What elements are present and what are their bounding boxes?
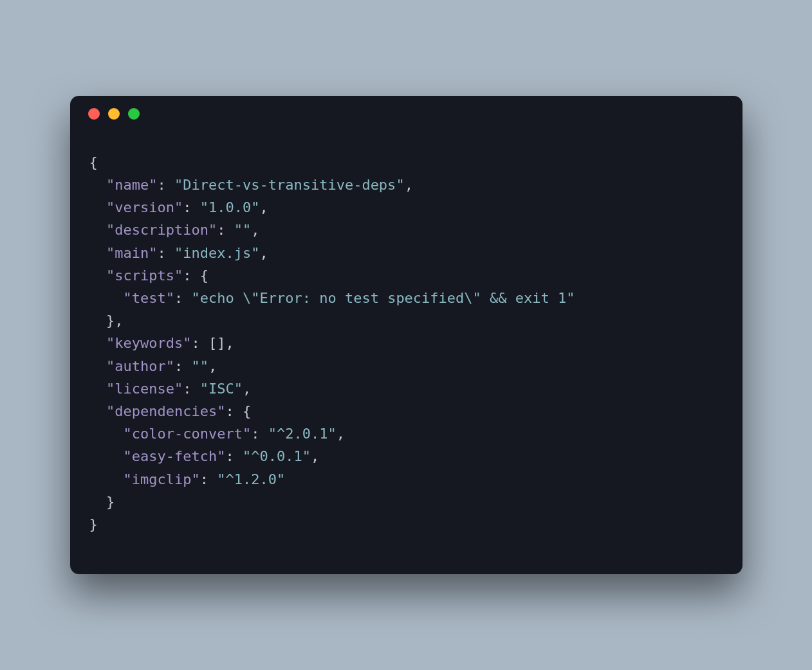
- json-val-description: "": [234, 222, 252, 238]
- window-titlebar: [70, 96, 743, 132]
- json-val-dep3: "^1.2.0": [217, 471, 285, 487]
- close-icon[interactable]: [88, 108, 100, 120]
- json-key-name: "name": [106, 177, 157, 193]
- json-val-version: "1.0.0": [200, 199, 260, 215]
- json-key-test: "test": [123, 290, 174, 306]
- json-key-license: "license": [106, 381, 183, 397]
- json-val-license: "ISC": [200, 381, 243, 397]
- json-key-description: "description": [106, 222, 217, 238]
- json-key-author: "author": [106, 358, 174, 374]
- json-key-dep1: "color-convert": [123, 426, 251, 442]
- code-block: { "name": "Direct-vs-transitive-deps", "…: [70, 132, 743, 536]
- json-key-dependencies: "dependencies": [106, 403, 225, 419]
- json-val-test: "echo \"Error: no test specified\" && ex…: [191, 290, 575, 306]
- code-window: { "name": "Direct-vs-transitive-deps", "…: [70, 96, 743, 574]
- minimize-icon[interactable]: [108, 108, 120, 120]
- json-val-name: "Direct-vs-transitive-deps": [174, 177, 405, 193]
- zoom-icon[interactable]: [128, 108, 140, 120]
- brace-open: {: [89, 154, 98, 170]
- json-key-keywords: "keywords": [106, 335, 191, 351]
- json-val-dep2: "^0.0.1": [243, 448, 311, 464]
- json-key-main: "main": [106, 245, 157, 261]
- json-key-scripts: "scripts": [106, 267, 183, 284]
- json-key-dep2: "easy-fetch": [123, 448, 225, 464]
- json-val-dep1: "^2.0.1": [268, 426, 337, 442]
- json-val-author: "": [191, 358, 208, 374]
- brace-close: }: [89, 516, 98, 532]
- json-val-main: "index.js": [174, 245, 259, 261]
- json-key-version: "version": [106, 199, 183, 215]
- json-key-dep3: "imgclip": [123, 471, 199, 487]
